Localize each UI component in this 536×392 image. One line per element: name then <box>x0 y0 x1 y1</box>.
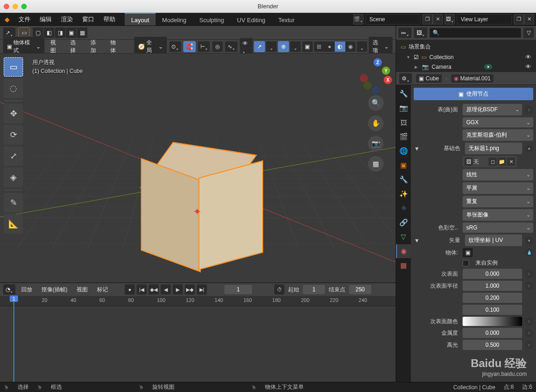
tl-range-icon[interactable]: ⏱ <box>274 284 284 295</box>
overlay-dropdown[interactable]: ˬ <box>290 41 301 52</box>
props-editor-type[interactable]: ⚙ˬ <box>399 73 412 84</box>
start-frame-field[interactable]: 1 <box>303 285 325 294</box>
props-object-badge[interactable]: ▣Cube <box>416 74 442 83</box>
node-socket-icon[interactable]: ● <box>525 145 533 153</box>
number-field[interactable]: 0.100 <box>463 305 522 315</box>
expand-icon[interactable]: ▼ <box>414 145 420 152</box>
scene-new-button[interactable]: ❐ <box>422 14 433 24</box>
visibility-icon[interactable]: 👁 <box>525 63 531 70</box>
expand-icon[interactable]: ▼ <box>414 237 420 244</box>
tl-menu-marker[interactable]: 标记 <box>93 283 112 296</box>
use-nodes-button[interactable]: ▣使用节点 <box>414 88 533 100</box>
current-frame-field[interactable]: 1 <box>224 285 252 294</box>
shading-material[interactable]: ◐ <box>335 42 345 52</box>
outliner-filter[interactable]: ▽ <box>523 27 534 38</box>
tool-measure[interactable]: 📐 <box>4 214 23 234</box>
outliner-display-mode[interactable]: 🖼ˬ <box>414 27 428 38</box>
node-socket-icon[interactable]: ○ <box>525 282 533 290</box>
zoom-gizmo-icon[interactable]: 🔍 <box>368 95 384 111</box>
open-icon[interactable]: 📁 <box>498 157 506 166</box>
prop-dropdown[interactable]: 线性 <box>463 169 533 181</box>
outliner-scene-collection[interactable]: ▭场景集合 <box>396 42 536 52</box>
eyedropper-icon[interactable]: 💧 <box>525 248 533 257</box>
tab-modifier[interactable]: 🔧 <box>396 173 411 187</box>
node-socket-icon[interactable]: ● <box>525 236 533 245</box>
object-field[interactable]: ▣ <box>463 248 473 257</box>
prop-value[interactable]: 纹理坐标 | UV <box>465 235 522 246</box>
shading-options-dropdown[interactable]: ˬ <box>356 41 367 52</box>
perspective-gizmo-icon[interactable]: ▦ <box>368 156 384 172</box>
workspace-tab-modeling[interactable]: Modeling <box>156 13 193 25</box>
tool-transform[interactable]: ◈ <box>4 168 23 187</box>
image-icon[interactable]: 🖼 <box>464 157 473 166</box>
shading-rendered[interactable]: ◉ <box>345 42 356 52</box>
tool-scale[interactable]: ⤢ <box>4 146 23 166</box>
gizmo-toggle[interactable]: ↗ <box>254 41 265 52</box>
visibility-icon[interactable]: 👁 <box>525 54 531 60</box>
pan-gizmo-icon[interactable]: ✋ <box>368 115 384 131</box>
tool-move[interactable]: ✥ <box>4 104 23 123</box>
axis-neg-z-handle[interactable] <box>372 86 380 94</box>
tab-particles[interactable]: ✨ <box>396 187 411 201</box>
menu-edit[interactable]: 编辑 <box>35 13 56 26</box>
workspace-tab-uvediting[interactable]: UV Editing <box>230 13 271 25</box>
prop-value[interactable]: 无标题1.png <box>465 143 522 154</box>
color-field[interactable] <box>463 317 522 326</box>
tl-jump-start[interactable]: |◀ <box>137 284 147 295</box>
camera-gizmo-icon[interactable]: 📷 <box>368 136 384 151</box>
menu-window[interactable]: 窗口 <box>78 13 99 26</box>
tab-world[interactable]: 🌐 <box>396 144 411 158</box>
scene-name-field[interactable]: Scene <box>365 14 421 24</box>
outliner-editor-type[interactable]: ≔ˬ <box>398 27 412 38</box>
workspace-tab-texture[interactable]: Textur <box>272 13 301 25</box>
proportional-toggle[interactable]: ◎ <box>212 41 223 52</box>
tl-keyframe-next[interactable]: ▶◆ <box>185 284 195 295</box>
playhead[interactable] <box>13 296 14 382</box>
camera-badge[interactable]: ▾ <box>484 64 492 69</box>
disclosure-icon[interactable]: ▶ <box>415 65 419 69</box>
prop-dropdown[interactable]: 单张图像 <box>463 209 533 221</box>
tab-data[interactable]: ▽ <box>396 230 411 244</box>
prop-dropdown[interactable]: GGX <box>463 117 533 127</box>
tool-annotate[interactable]: ✎ <box>4 193 23 212</box>
viewlayer-browse-button[interactable]: 🖼ˬ <box>445 14 455 24</box>
tab-object[interactable]: ▣ <box>396 158 411 172</box>
minimize-window-button[interactable] <box>12 4 18 9</box>
props-material-badge[interactable]: ◉Material.001 <box>451 74 494 83</box>
proportional-dropdown[interactable]: ∿ˬ <box>225 41 238 52</box>
number-field[interactable]: 0.000 <box>463 269 522 279</box>
tab-physics[interactable]: ⚛ <box>396 201 411 215</box>
number-field[interactable]: 0.200 <box>463 293 522 303</box>
gizmo-dropdown[interactable]: ˬ <box>266 41 277 52</box>
axis-neg-y-handle[interactable] <box>363 81 372 90</box>
prop-dropdown[interactable]: 平展 <box>463 182 533 194</box>
menu-file[interactable]: 文件 <box>14 13 35 26</box>
tl-play[interactable]: ▶ <box>173 284 183 295</box>
viewlayer-delete-button[interactable]: ✕ <box>524 14 534 24</box>
axis-x-handle[interactable]: X <box>384 76 392 84</box>
navigation-gizmo[interactable]: Z Y X <box>360 58 392 90</box>
snap-toggle[interactable]: 🧲 <box>183 41 196 52</box>
outliner-collection[interactable]: ▼☑▭Collection👁 <box>396 52 536 62</box>
tab-output[interactable]: 📷 <box>396 101 411 115</box>
number-field[interactable]: 0.500 <box>463 340 522 350</box>
node-socket-icon[interactable]: ○ <box>525 317 533 326</box>
tl-keyframe-prev[interactable]: ◆◀ <box>149 284 159 295</box>
node-socket-icon[interactable]: ○ <box>525 270 533 278</box>
number-field[interactable]: 0.000 <box>463 328 522 338</box>
node-socket-icon[interactable]: ○ <box>525 106 533 114</box>
prop-dropdown[interactable]: 重复 <box>463 196 533 207</box>
scene-browse-button[interactable]: 🎬ˬ <box>353 14 363 24</box>
outliner-search[interactable]: 🔍 <box>429 28 521 38</box>
outliner-camera[interactable]: ▶📷Camera▾👁 <box>396 62 536 72</box>
node-socket-icon[interactable]: ○ <box>525 329 533 337</box>
blender-logo-icon[interactable]: ◆ <box>1 13 13 25</box>
workspace-tab-sculpting[interactable]: Sculpting <box>193 13 230 25</box>
visibility-dropdown[interactable]: 👁ˬ <box>240 38 253 55</box>
axis-y-handle[interactable]: Y <box>382 66 390 75</box>
new-icon[interactable]: ◻ <box>488 157 497 166</box>
close-window-button[interactable] <box>4 4 9 9</box>
shading-wireframe[interactable]: ⊞ <box>314 42 325 52</box>
xray-toggle[interactable]: ▣ <box>302 41 313 52</box>
number-field[interactable]: 1.000 <box>463 281 522 291</box>
